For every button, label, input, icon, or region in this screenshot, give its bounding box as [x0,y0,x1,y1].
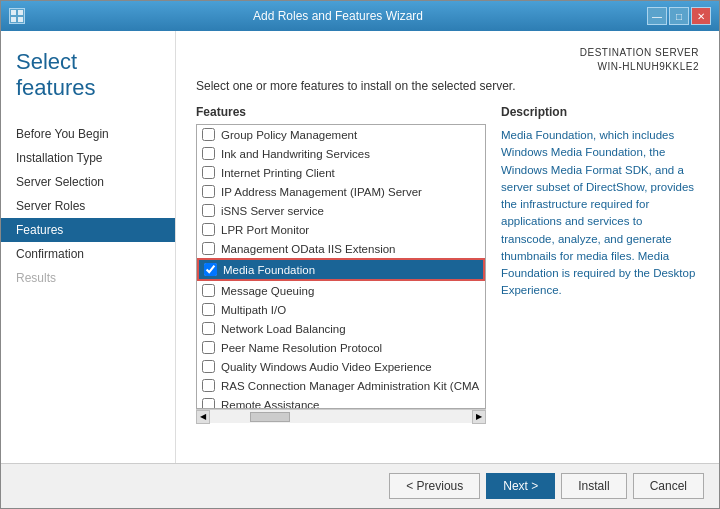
description-panel: Description Media Foundation, which incl… [501,105,699,453]
feature-ras-connection[interactable]: RAS Connection Manager Administration Ki… [197,376,485,395]
feature-message-queuing-label: Message Queuing [221,285,314,297]
feature-message-queuing-checkbox[interactable] [202,284,215,297]
feature-group-policy-checkbox[interactable] [202,128,215,141]
feature-ink-handwriting[interactable]: Ink and Handwriting Services [197,144,485,163]
sidebar-item-features[interactable]: Features [1,218,175,242]
feature-ip-address-checkbox[interactable] [202,185,215,198]
destination-server-info: DESTINATION SERVER WIN-HLNUH9KKLE2 [196,46,699,74]
feature-lpr-port-label: LPR Port Monitor [221,224,309,236]
feature-ip-address-label: IP Address Management (IPAM) Server [221,186,422,198]
feature-multipath-io[interactable]: Multipath I/O [197,300,485,319]
sidebar-item-before-you-begin[interactable]: Before You Begin [1,122,175,146]
titlebar: Add Roles and Features Wizard — □ ✕ [1,1,719,31]
sidebar-item-results: Results [1,266,175,290]
main-body: Features Group Policy Management Ink and… [196,105,699,453]
feature-lpr-port[interactable]: LPR Port Monitor [197,220,485,239]
description-label: Description [501,105,699,119]
close-button[interactable]: ✕ [691,7,711,25]
main-content: DESTINATION SERVER WIN-HLNUH9KKLE2 Selec… [176,31,719,463]
sidebar-header: Select features [1,41,175,122]
feature-quality-windows-checkbox[interactable] [202,360,215,373]
feature-group-policy-label: Group Policy Management [221,129,357,141]
minimize-button[interactable]: — [647,7,667,25]
feature-isns-checkbox[interactable] [202,204,215,217]
feature-quality-windows[interactable]: Quality Windows Audio Video Experience [197,357,485,376]
feature-quality-windows-label: Quality Windows Audio Video Experience [221,361,432,373]
feature-multipath-io-label: Multipath I/O [221,304,286,316]
feature-ras-connection-label: RAS Connection Manager Administration Ki… [221,380,479,392]
feature-peer-name-checkbox[interactable] [202,341,215,354]
feature-multipath-io-checkbox[interactable] [202,303,215,316]
feature-isns-label: iSNS Server service [221,205,324,217]
scroll-left-arrow[interactable]: ◀ [196,410,210,424]
feature-network-lb-label: Network Load Balancing [221,323,346,335]
page-title: Select features [16,49,160,102]
feature-ip-address[interactable]: IP Address Management (IPAM) Server [197,182,485,201]
feature-media-foundation-checkbox[interactable] [204,263,217,276]
sidebar-item-confirmation[interactable]: Confirmation [1,242,175,266]
features-list-container: Group Policy Management Ink and Handwrit… [196,124,486,409]
feature-isns[interactable]: iSNS Server service [197,201,485,220]
features-label: Features [196,105,486,119]
svg-rect-2 [11,17,16,22]
window-icon [9,8,25,24]
sidebar-item-server-roles[interactable]: Server Roles [1,194,175,218]
feature-remote-assistance-checkbox[interactable] [202,398,215,408]
window-title: Add Roles and Features Wizard [29,9,647,23]
feature-media-foundation-label: Media Foundation [223,264,315,276]
svg-rect-1 [18,10,23,15]
feature-management-odata-label: Management OData IIS Extension [221,243,396,255]
feature-ink-handwriting-checkbox[interactable] [202,147,215,160]
description-text: Media Foundation, which includes Windows… [501,127,699,300]
feature-remote-assistance[interactable]: Remote Assistance [197,395,485,408]
features-panel: Features Group Policy Management Ink and… [196,105,486,453]
feature-lpr-port-checkbox[interactable] [202,223,215,236]
scrollbar-thumb[interactable] [250,412,290,422]
feature-group-policy[interactable]: Group Policy Management [197,125,485,144]
feature-internet-printing-label: Internet Printing Client [221,167,335,179]
main-description: Select one or more features to install o… [196,79,699,93]
feature-ink-handwriting-label: Ink and Handwriting Services [221,148,370,160]
feature-internet-printing-checkbox[interactable] [202,166,215,179]
install-button[interactable]: Install [561,473,626,499]
feature-peer-name-label: Peer Name Resolution Protocol [221,342,382,354]
scrollbar-track [210,411,472,423]
sidebar-nav: Before You Begin Installation Type Serve… [1,122,175,290]
feature-peer-name[interactable]: Peer Name Resolution Protocol [197,338,485,357]
sidebar-item-server-selection[interactable]: Server Selection [1,170,175,194]
cancel-button[interactable]: Cancel [633,473,704,499]
next-button[interactable]: Next > [486,473,555,499]
sidebar-item-installation-type[interactable]: Installation Type [1,146,175,170]
previous-button[interactable]: < Previous [389,473,480,499]
horizontal-scrollbar[interactable]: ◀ ▶ [196,409,486,423]
window-controls: — □ ✕ [647,7,711,25]
features-list[interactable]: Group Policy Management Ink and Handwrit… [197,125,485,408]
feature-network-lb-checkbox[interactable] [202,322,215,335]
feature-remote-assistance-label: Remote Assistance [221,399,319,409]
scroll-right-arrow[interactable]: ▶ [472,410,486,424]
main-window: Add Roles and Features Wizard — □ ✕ Sele… [0,0,720,509]
feature-network-lb[interactable]: Network Load Balancing [197,319,485,338]
sidebar: Select features Before You Begin Install… [1,31,176,463]
feature-internet-printing[interactable]: Internet Printing Client [197,163,485,182]
svg-rect-0 [11,10,16,15]
feature-message-queuing[interactable]: Message Queuing [197,281,485,300]
svg-rect-3 [18,17,23,22]
content-area: Select features Before You Begin Install… [1,31,719,463]
feature-management-odata[interactable]: Management OData IIS Extension [197,239,485,258]
feature-media-foundation[interactable]: Media Foundation [197,258,485,281]
feature-management-odata-checkbox[interactable] [202,242,215,255]
feature-ras-connection-checkbox[interactable] [202,379,215,392]
footer: < Previous Next > Install Cancel [1,463,719,508]
restore-button[interactable]: □ [669,7,689,25]
